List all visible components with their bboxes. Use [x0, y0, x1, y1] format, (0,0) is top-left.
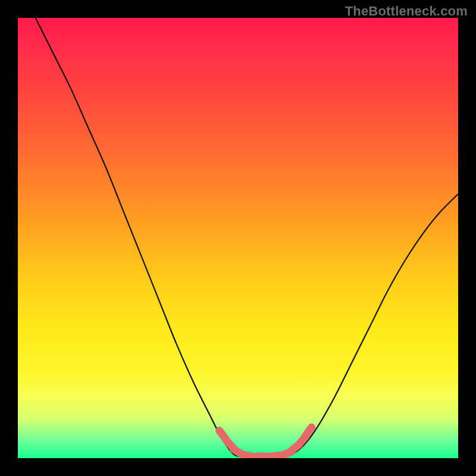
curve-path — [36, 18, 458, 458]
bottleneck-curve — [18, 18, 458, 458]
watermark-text: TheBottleneck.com — [345, 4, 468, 19]
plot-area — [18, 18, 458, 458]
highlight-marker — [305, 427, 311, 436]
chart-frame: TheBottleneck.com — [0, 0, 476, 476]
highlight-marker — [244, 455, 255, 457]
